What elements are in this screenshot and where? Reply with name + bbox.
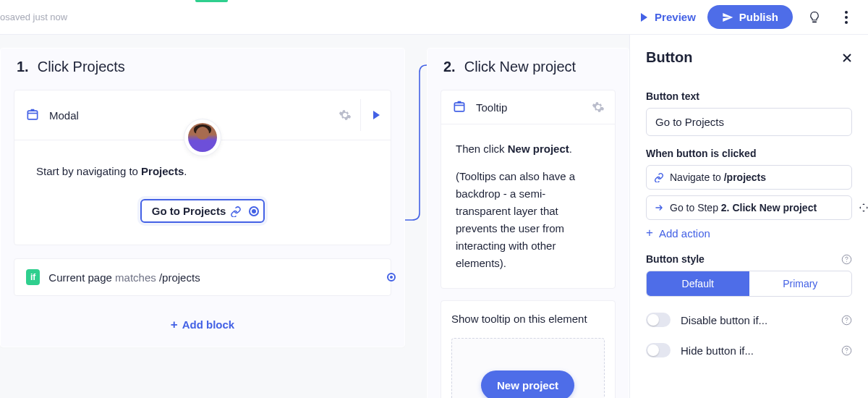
target-label: Show tooltip on this element xyxy=(451,313,605,325)
svg-point-0 xyxy=(845,11,848,14)
block-settings-button[interactable] xyxy=(339,109,352,122)
output-port[interactable] xyxy=(249,206,259,216)
target-preview: New project xyxy=(451,338,605,398)
help-icon[interactable] xyxy=(841,315,852,326)
block-type-label: Tooltip xyxy=(476,101,583,114)
play-icon xyxy=(371,110,381,120)
block-header: Tooltip xyxy=(441,90,615,124)
disable-if-label: Disable button if... xyxy=(681,314,831,326)
svg-rect-5 xyxy=(454,103,464,111)
preview-button[interactable]: Preview xyxy=(639,11,696,23)
properties-panel: Button Button text When button is clicke… xyxy=(629,35,868,398)
svg-point-1 xyxy=(845,16,848,19)
step-header: 1. Click Projects xyxy=(1,48,404,90)
tooltip-block: Tooltip Then click New project. (Tooltip… xyxy=(441,90,616,289)
close-panel-button[interactable] xyxy=(842,53,852,63)
topbar-accent xyxy=(195,0,228,2)
add-action-button[interactable]: +Add action xyxy=(646,226,852,240)
send-icon xyxy=(722,12,733,23)
output-port[interactable] xyxy=(387,273,396,281)
button-style-segmented: Default Primary xyxy=(646,271,852,297)
go-to-projects-label: Go to Projects xyxy=(152,205,226,217)
svg-rect-6 xyxy=(458,101,461,103)
drag-icon xyxy=(859,203,868,213)
block-play-button[interactable] xyxy=(360,99,391,131)
panel-header: Button xyxy=(630,35,868,76)
disable-if-toggle[interactable] xyxy=(646,313,671,327)
drag-handle[interactable] xyxy=(859,203,868,213)
target-element-pill: New project xyxy=(481,371,574,398)
link-icon xyxy=(230,206,242,217)
hide-if-label: Hide button if... xyxy=(681,344,831,357)
modal-icon xyxy=(25,107,41,123)
action-go-to-step-text: Go to Step 2. Click New project xyxy=(670,202,817,213)
step-header: 2. Click New project xyxy=(427,48,629,90)
publish-label: Publish xyxy=(739,11,778,23)
link-icon xyxy=(654,172,664,182)
topbar-actions: Preview Publish xyxy=(639,5,856,29)
help-icon[interactable] xyxy=(841,345,852,356)
modal-body[interactable]: Start by navigating to Projects. Go to P… xyxy=(14,140,391,245)
modal-block: Modal Start by navigating to Projects. xyxy=(14,90,391,245)
button-style-label: Button style xyxy=(646,253,852,265)
step-title: Click New project xyxy=(464,59,576,75)
kebab-icon xyxy=(845,11,848,24)
autosave-status: osaved just now xyxy=(0,12,67,22)
hide-if-toggle[interactable] xyxy=(646,343,671,357)
hide-if-row: Hide button if... xyxy=(646,343,852,357)
lightbulb-icon xyxy=(808,11,821,24)
action-navigate[interactable]: Navigate to /projects xyxy=(646,165,852,190)
action-go-to-step[interactable]: Go to Step 2. Click New project xyxy=(646,195,852,220)
tooltip-body-text[interactable]: Then click New project. (Tooltips can al… xyxy=(441,124,615,288)
svg-point-2 xyxy=(845,21,848,24)
topbar: osaved just now Preview Publish xyxy=(0,0,868,35)
action-navigate-text: Navigate to /projects xyxy=(670,172,766,183)
svg-rect-3 xyxy=(27,111,37,119)
block-settings-button[interactable] xyxy=(592,101,605,114)
if-block[interactable]: if Current page matches /projects xyxy=(14,258,391,296)
step-1: 1. Click Projects Modal xyxy=(0,48,405,347)
step-card[interactable]: 1. Click Projects Modal xyxy=(0,48,405,347)
on-click-label: When button is clicked xyxy=(646,148,852,159)
play-icon xyxy=(639,12,649,22)
gear-icon xyxy=(339,109,352,122)
tooltip-icon xyxy=(451,99,467,115)
gear-icon xyxy=(592,101,605,114)
step-2: 2. Click New project Tooltip Then click … xyxy=(427,48,629,398)
preview-label: Preview xyxy=(655,11,696,23)
step-card[interactable]: 2. Click New project Tooltip Then click … xyxy=(427,48,629,398)
step-title: Click Projects xyxy=(38,59,125,75)
step-number: 2. xyxy=(443,59,456,75)
step-number: 1. xyxy=(17,59,29,75)
close-icon xyxy=(842,53,852,63)
disable-if-row: Disable button if... xyxy=(646,313,852,327)
modal-body-text: Start by navigating to Projects. xyxy=(36,165,369,177)
add-block-button[interactable]: +Add block xyxy=(1,308,404,342)
hint-button[interactable] xyxy=(804,7,825,27)
arrow-right-icon xyxy=(654,203,664,213)
panel-title: Button xyxy=(646,49,692,66)
if-badge: if xyxy=(26,269,40,285)
button-text-input[interactable] xyxy=(646,108,852,136)
target-block[interactable]: Show tooltip on this element New project xyxy=(441,300,616,398)
svg-rect-4 xyxy=(31,109,35,111)
panel-body: Button text When button is clicked Navig… xyxy=(630,76,868,398)
go-to-projects-button[interactable]: Go to Projects xyxy=(140,199,265,223)
button-text-label: Button text xyxy=(646,90,852,102)
avatar[interactable] xyxy=(184,119,221,156)
more-button[interactable] xyxy=(836,7,856,27)
style-primary-option[interactable]: Primary xyxy=(749,271,852,296)
style-default-option[interactable]: Default xyxy=(647,271,749,296)
avatar-image xyxy=(188,123,217,152)
publish-button[interactable]: Publish xyxy=(707,5,793,29)
block-type-label: Modal xyxy=(49,109,330,122)
help-icon[interactable] xyxy=(841,254,852,265)
if-condition-text: Current page matches /projects xyxy=(48,271,200,284)
